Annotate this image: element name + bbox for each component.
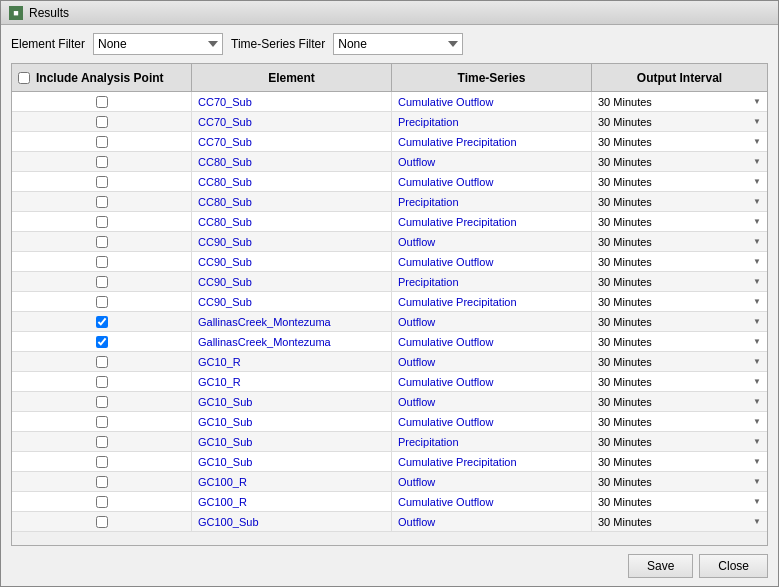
row-interval: 30 Minutes▼ bbox=[592, 392, 767, 411]
row-element: GC10_Sub bbox=[192, 432, 392, 451]
row-checkbox[interactable] bbox=[96, 496, 108, 508]
element-filter-select[interactable]: None bbox=[93, 33, 223, 55]
interval-select[interactable]: 30 Minutes bbox=[598, 516, 753, 528]
row-timeseries: Cumulative Outflow bbox=[392, 172, 592, 191]
row-timeseries: Outflow bbox=[392, 312, 592, 331]
save-button[interactable]: Save bbox=[628, 554, 693, 578]
row-checkbox-cell bbox=[12, 452, 192, 471]
row-checkbox-cell bbox=[12, 332, 192, 351]
row-checkbox[interactable] bbox=[96, 456, 108, 468]
row-element: CC80_Sub bbox=[192, 192, 392, 211]
interval-select[interactable]: 30 Minutes bbox=[598, 456, 753, 468]
interval-select[interactable]: 30 Minutes bbox=[598, 116, 753, 128]
row-interval: 30 Minutes▼ bbox=[592, 432, 767, 451]
interval-select[interactable]: 30 Minutes bbox=[598, 476, 753, 488]
chevron-down-icon: ▼ bbox=[753, 377, 761, 386]
interval-select[interactable]: 30 Minutes bbox=[598, 436, 753, 448]
close-button[interactable]: Close bbox=[699, 554, 768, 578]
table-row: GC10_SubPrecipitation30 Minutes▼ bbox=[12, 432, 767, 452]
interval-select[interactable]: 30 Minutes bbox=[598, 496, 753, 508]
row-interval: 30 Minutes▼ bbox=[592, 112, 767, 131]
table-row: GC100_ROutflow30 Minutes▼ bbox=[12, 472, 767, 492]
row-checkbox[interactable] bbox=[96, 476, 108, 488]
row-checkbox[interactable] bbox=[96, 256, 108, 268]
table-body-wrapper: CC70_SubCumulative Outflow30 Minutes▼CC7… bbox=[12, 92, 767, 545]
row-timeseries: Precipitation bbox=[392, 192, 592, 211]
window-title: Results bbox=[29, 6, 69, 20]
row-interval: 30 Minutes▼ bbox=[592, 212, 767, 231]
interval-select[interactable]: 30 Minutes bbox=[598, 176, 753, 188]
interval-select[interactable]: 30 Minutes bbox=[598, 96, 753, 108]
row-checkbox[interactable] bbox=[96, 296, 108, 308]
row-checkbox-cell bbox=[12, 232, 192, 251]
row-interval: 30 Minutes▼ bbox=[592, 92, 767, 111]
row-checkbox[interactable] bbox=[96, 416, 108, 428]
row-checkbox[interactable] bbox=[96, 116, 108, 128]
col-interval: Output Interval bbox=[592, 64, 767, 91]
row-checkbox[interactable] bbox=[96, 436, 108, 448]
row-timeseries: Outflow bbox=[392, 232, 592, 251]
row-timeseries: Outflow bbox=[392, 152, 592, 171]
row-element: GC10_Sub bbox=[192, 392, 392, 411]
interval-select[interactable]: 30 Minutes bbox=[598, 356, 753, 368]
interval-select[interactable]: 30 Minutes bbox=[598, 336, 753, 348]
table-row: CC70_SubCumulative Precipitation30 Minut… bbox=[12, 132, 767, 152]
chevron-down-icon: ▼ bbox=[753, 457, 761, 466]
timeseries-filter-select[interactable]: None bbox=[333, 33, 463, 55]
table-row: CC80_SubCumulative Precipitation30 Minut… bbox=[12, 212, 767, 232]
row-checkbox[interactable] bbox=[96, 156, 108, 168]
row-checkbox-cell bbox=[12, 352, 192, 371]
interval-select[interactable]: 30 Minutes bbox=[598, 196, 753, 208]
row-checkbox[interactable] bbox=[96, 176, 108, 188]
row-checkbox[interactable] bbox=[96, 316, 108, 328]
row-checkbox-cell bbox=[12, 492, 192, 511]
main-window: ■ Results Element Filter None Time-Serie… bbox=[0, 0, 779, 587]
row-checkbox[interactable] bbox=[96, 376, 108, 388]
element-filter-label: Element Filter bbox=[11, 37, 85, 51]
row-checkbox[interactable] bbox=[96, 396, 108, 408]
row-interval: 30 Minutes▼ bbox=[592, 492, 767, 511]
table-row: CC70_SubCumulative Outflow30 Minutes▼ bbox=[12, 92, 767, 112]
row-checkbox[interactable] bbox=[96, 356, 108, 368]
chevron-down-icon: ▼ bbox=[753, 437, 761, 446]
row-timeseries: Cumulative Outflow bbox=[392, 372, 592, 391]
table-row: GallinasCreek_MontezumaOutflow30 Minutes… bbox=[12, 312, 767, 332]
row-interval: 30 Minutes▼ bbox=[592, 472, 767, 491]
interval-select[interactable]: 30 Minutes bbox=[598, 376, 753, 388]
row-checkbox[interactable] bbox=[96, 236, 108, 248]
row-element: GC10_Sub bbox=[192, 452, 392, 471]
table-body[interactable]: CC70_SubCumulative Outflow30 Minutes▼CC7… bbox=[12, 92, 767, 545]
row-checkbox[interactable] bbox=[96, 196, 108, 208]
row-checkbox[interactable] bbox=[96, 336, 108, 348]
row-element: CC90_Sub bbox=[192, 292, 392, 311]
filter-bar: Element Filter None Time-Series Filter N… bbox=[1, 25, 778, 63]
row-checkbox-cell bbox=[12, 252, 192, 271]
row-interval: 30 Minutes▼ bbox=[592, 512, 767, 531]
interval-select[interactable]: 30 Minutes bbox=[598, 236, 753, 248]
interval-select[interactable]: 30 Minutes bbox=[598, 136, 753, 148]
chevron-down-icon: ▼ bbox=[753, 137, 761, 146]
row-interval: 30 Minutes▼ bbox=[592, 232, 767, 251]
interval-select[interactable]: 30 Minutes bbox=[598, 296, 753, 308]
include-all-checkbox[interactable] bbox=[18, 72, 30, 84]
row-element: GC10_R bbox=[192, 352, 392, 371]
row-checkbox[interactable] bbox=[96, 136, 108, 148]
interval-select[interactable]: 30 Minutes bbox=[598, 216, 753, 228]
row-checkbox[interactable] bbox=[96, 516, 108, 528]
interval-select[interactable]: 30 Minutes bbox=[598, 396, 753, 408]
interval-select[interactable]: 30 Minutes bbox=[598, 416, 753, 428]
interval-select[interactable]: 30 Minutes bbox=[598, 276, 753, 288]
row-checkbox[interactable] bbox=[96, 96, 108, 108]
table-row: CC80_SubCumulative Outflow30 Minutes▼ bbox=[12, 172, 767, 192]
col-include: Include Analysis Point bbox=[12, 64, 192, 91]
interval-select[interactable]: 30 Minutes bbox=[598, 316, 753, 328]
table-row: CC90_SubCumulative Outflow30 Minutes▼ bbox=[12, 252, 767, 272]
timeseries-filter-label: Time-Series Filter bbox=[231, 37, 325, 51]
row-checkbox[interactable] bbox=[96, 276, 108, 288]
row-interval: 30 Minutes▼ bbox=[592, 372, 767, 391]
row-checkbox[interactable] bbox=[96, 216, 108, 228]
interval-select[interactable]: 30 Minutes bbox=[598, 156, 753, 168]
interval-select[interactable]: 30 Minutes bbox=[598, 256, 753, 268]
row-timeseries: Cumulative Outflow bbox=[392, 332, 592, 351]
chevron-down-icon: ▼ bbox=[753, 237, 761, 246]
